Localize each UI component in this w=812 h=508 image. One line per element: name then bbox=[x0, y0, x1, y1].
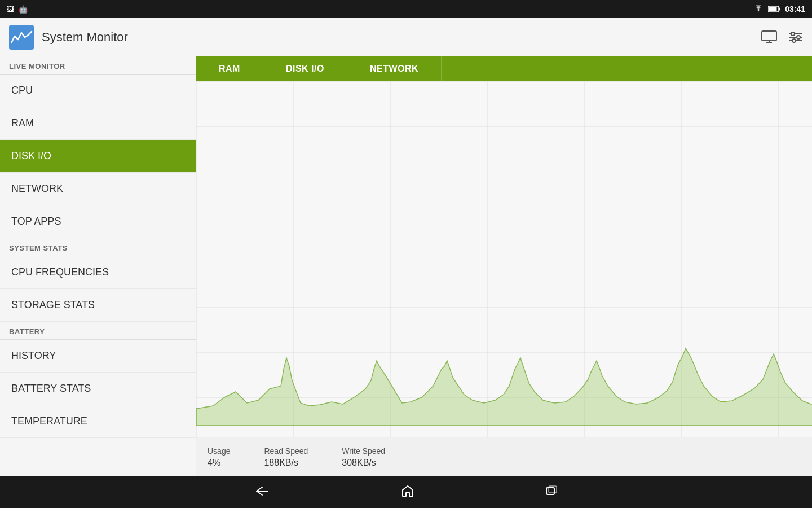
stat-usage: Usage 4% bbox=[208, 446, 230, 468]
app-title-section: System Monitor bbox=[9, 25, 128, 50]
app-logo bbox=[9, 25, 34, 50]
nav-bar bbox=[0, 476, 812, 508]
monitor-icon[interactable] bbox=[761, 30, 777, 44]
app-bar: System Monitor bbox=[0, 18, 812, 56]
svg-point-11 bbox=[797, 36, 800, 39]
app-title: System Monitor bbox=[42, 30, 128, 45]
tab-bar: RAM DISK I/O NETWORK bbox=[196, 56, 812, 81]
status-bar: 🖼 🤖 03:41 bbox=[0, 0, 812, 18]
sidebar-item-network[interactable]: NETWORK bbox=[0, 173, 196, 205]
svg-rect-1 bbox=[779, 8, 780, 11]
tab-disk-io[interactable]: DISK I/O bbox=[263, 56, 347, 81]
wifi-icon bbox=[753, 5, 764, 13]
chart-area: RAM DISK I/O NETWORK bbox=[196, 56, 812, 476]
stats-bar: Usage 4% Read Speed 188KB/s Write Speed … bbox=[196, 437, 812, 476]
sidebar-item-cpu-frequencies[interactable]: CPU FREQUENCIES bbox=[0, 256, 196, 289]
sidebar-item-top-apps[interactable]: TOP APPS bbox=[0, 205, 196, 238]
sidebar-item-disk-io[interactable]: DISK I/O bbox=[0, 140, 196, 173]
section-header-system-stats: SYSTEM STATS bbox=[0, 238, 196, 256]
svg-rect-3 bbox=[9, 25, 34, 50]
home-button[interactable] bbox=[392, 480, 423, 505]
sidebar: LIVE MONITOR CPU RAM DISK I/O NETWORK TO… bbox=[0, 56, 196, 476]
svg-rect-15 bbox=[546, 488, 554, 494]
main-content: LIVE MONITOR CPU RAM DISK I/O NETWORK TO… bbox=[0, 56, 812, 476]
status-left-icons: 🖼 🤖 bbox=[7, 5, 28, 14]
sidebar-item-cpu[interactable]: CPU bbox=[0, 75, 196, 107]
disk-io-chart bbox=[196, 81, 812, 437]
svg-rect-4 bbox=[762, 31, 776, 41]
stat-read-speed-label: Read Speed bbox=[264, 446, 308, 456]
battery-icon bbox=[768, 6, 780, 12]
time-display: 03:41 bbox=[785, 5, 805, 14]
stat-write-speed: Write Speed 308KB/s bbox=[342, 446, 385, 468]
recents-button[interactable] bbox=[536, 480, 567, 505]
stat-read-speed-value: 188KB/s bbox=[264, 458, 308, 468]
stat-read-speed: Read Speed 188KB/s bbox=[264, 446, 308, 468]
stat-write-speed-label: Write Speed bbox=[342, 446, 385, 456]
back-button[interactable] bbox=[245, 480, 279, 505]
tab-network[interactable]: NETWORK bbox=[347, 56, 442, 81]
app-bar-actions bbox=[761, 30, 803, 44]
settings-icon[interactable] bbox=[788, 30, 803, 44]
sidebar-item-storage-stats[interactable]: STORAGE STATS bbox=[0, 289, 196, 322]
svg-point-12 bbox=[792, 39, 796, 42]
stat-usage-value: 4% bbox=[208, 458, 230, 468]
notification-icon: 🖼 bbox=[7, 5, 14, 14]
section-header-live-monitor: LIVE MONITOR bbox=[0, 56, 196, 75]
svg-rect-16 bbox=[549, 486, 557, 493]
section-header-battery: BATTERY bbox=[0, 322, 196, 340]
stat-usage-label: Usage bbox=[208, 446, 230, 456]
svg-point-10 bbox=[791, 32, 795, 36]
stat-write-speed-value: 308KB/s bbox=[342, 458, 385, 468]
svg-rect-2 bbox=[769, 7, 777, 11]
sidebar-item-battery-stats[interactable]: BATTERY STATS bbox=[0, 373, 196, 405]
android-icon: 🤖 bbox=[19, 5, 28, 14]
sidebar-item-history[interactable]: HISTORY bbox=[0, 340, 196, 373]
chart-grid bbox=[196, 81, 812, 437]
tab-ram[interactable]: RAM bbox=[196, 56, 263, 81]
sidebar-item-ram[interactable]: RAM bbox=[0, 107, 196, 140]
sidebar-item-temperature[interactable]: TEMPERATURE bbox=[0, 405, 196, 438]
